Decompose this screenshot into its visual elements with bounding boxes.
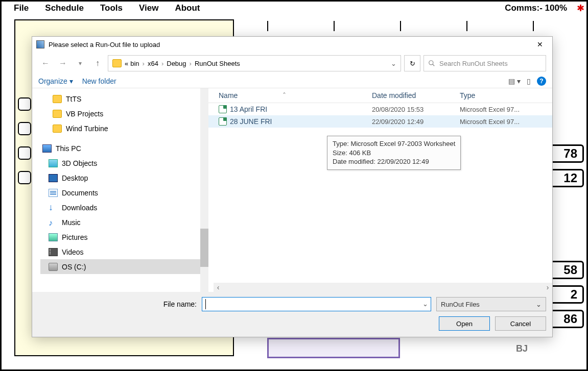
col-date[interactable]: Date modified bbox=[372, 91, 460, 100]
dialog-title: Please select a Run-Out file to upload bbox=[49, 41, 160, 48]
tree-desktop[interactable]: Desktop bbox=[40, 170, 208, 185]
filename-label: File name: bbox=[38, 300, 197, 308]
col-type[interactable]: Type bbox=[460, 91, 552, 100]
bg-left-tabs bbox=[18, 97, 31, 184]
tree-downloads[interactable]: Downloads bbox=[40, 200, 208, 215]
recent-dropdown[interactable]: ▾ bbox=[73, 56, 87, 70]
preview-pane-button[interactable]: ▯ bbox=[527, 77, 531, 85]
file-open-dialog: Please select a Run-Out file to upload ✕… bbox=[32, 36, 553, 337]
chevron-down-icon[interactable]: ⌄ bbox=[391, 60, 396, 67]
column-headers: Name˄ Date modified Type bbox=[208, 88, 552, 103]
tree-pictures[interactable]: Pictures bbox=[40, 230, 208, 244]
filetype-select[interactable]: RunOut Files⌄ bbox=[436, 297, 546, 311]
folder-icon bbox=[53, 95, 62, 103]
search-placeholder: Search RunOut Sheets bbox=[439, 60, 508, 67]
tree-3d-objects[interactable]: 3D Objects bbox=[40, 156, 208, 170]
app-icon bbox=[36, 40, 44, 48]
video-icon bbox=[49, 248, 58, 256]
cancel-button[interactable]: Cancel bbox=[495, 316, 546, 331]
tree-folder[interactable]: VB Projects bbox=[40, 106, 208, 121]
app-menubar: File Schedule Tools View About Comms:- 1… bbox=[2, 2, 586, 15]
folder-icon bbox=[53, 110, 62, 118]
breadcrumb[interactable]: « bin› x64› Debug› RunOut Sheets ⌄ bbox=[108, 55, 401, 71]
tree-folder[interactable]: Wind Turbine bbox=[40, 121, 208, 136]
dialog-bottom: File name: ⌄ RunOut Files⌄ Open Cancel bbox=[32, 292, 552, 337]
doc-icon bbox=[49, 189, 58, 197]
breadcrumb-part[interactable]: RunOut Sheets bbox=[195, 60, 240, 67]
breadcrumb-part[interactable]: x64 bbox=[148, 60, 158, 67]
tree-os-c-[interactable]: OS (C:) bbox=[40, 259, 208, 274]
breadcrumb-part[interactable]: bin bbox=[130, 60, 139, 67]
tree-videos[interactable]: Videos bbox=[40, 244, 208, 259]
view-mode-button[interactable]: ▤ ▾ bbox=[508, 77, 521, 85]
menu-file[interactable]: File bbox=[6, 3, 37, 13]
file-row[interactable]: 13 April FRI20/08/2020 15:53Microsoft Ex… bbox=[208, 103, 552, 115]
bluetooth-icon: ✱ bbox=[577, 3, 584, 14]
close-button[interactable]: ✕ bbox=[530, 38, 550, 51]
scroll-right-icon[interactable]: › bbox=[543, 283, 552, 291]
blue3d-icon bbox=[49, 159, 58, 167]
down-icon bbox=[49, 204, 58, 212]
help-button[interactable]: ? bbox=[537, 77, 546, 86]
pic-icon bbox=[49, 233, 58, 241]
file-tooltip: Type: Microsoft Excel 97-2003 Worksheet … bbox=[327, 136, 461, 170]
search-input[interactable]: Search RunOut Sheets bbox=[424, 55, 546, 71]
organize-button[interactable]: Organize ▾ bbox=[38, 77, 73, 85]
menu-tools[interactable]: Tools bbox=[92, 3, 131, 13]
bg-purple-box bbox=[267, 338, 400, 358]
tree-documents[interactable]: Documents bbox=[40, 185, 208, 200]
drive-icon bbox=[49, 263, 58, 271]
open-button[interactable]: Open bbox=[439, 316, 490, 331]
menu-view[interactable]: View bbox=[131, 3, 167, 13]
refresh-button[interactable]: ↻ bbox=[404, 55, 420, 71]
bg-bj-label: BJ bbox=[516, 343, 528, 354]
excel-icon bbox=[219, 117, 227, 126]
col-name[interactable]: Name˄ bbox=[208, 91, 372, 100]
svg-line-1 bbox=[433, 64, 435, 66]
file-list: Name˄ Date modified Type 13 April FRI20/… bbox=[208, 88, 552, 292]
tree-scroll-thumb[interactable] bbox=[200, 229, 208, 267]
dialog-toolbar: Organize ▾ New folder ▤ ▾ ▯ ? bbox=[32, 75, 552, 88]
tree-this-pc[interactable]: This PC bbox=[40, 141, 208, 156]
menu-schedule[interactable]: Schedule bbox=[37, 3, 92, 13]
file-row[interactable]: 28 JUNE FRI22/09/2020 12:49Microsoft Exc… bbox=[208, 115, 552, 128]
breadcrumb-part[interactable]: Debug bbox=[167, 60, 186, 67]
folder-icon bbox=[53, 125, 62, 133]
comms-status: Comms:- 100% bbox=[505, 3, 582, 13]
filename-input[interactable]: ⌄ bbox=[202, 297, 431, 311]
menu-about[interactable]: About bbox=[167, 3, 208, 13]
nav-row: ← → ▾ ↑ « bin› x64› Debug› RunOut Sheets… bbox=[32, 52, 552, 75]
folder-icon bbox=[112, 59, 122, 67]
excel-icon bbox=[219, 105, 227, 113]
svg-point-0 bbox=[429, 61, 433, 65]
breadcrumb-prefix: « bbox=[125, 60, 128, 67]
new-folder-button[interactable]: New folder bbox=[82, 77, 116, 85]
music-icon bbox=[49, 218, 58, 227]
nav-tree[interactable]: TtTS VB Projects Wind Turbine This PC 3D… bbox=[32, 88, 208, 292]
tree-folder[interactable]: TtTS bbox=[40, 91, 208, 106]
bg-track bbox=[267, 21, 574, 31]
chevron-down-icon[interactable]: ⌄ bbox=[422, 300, 428, 308]
back-button[interactable]: ← bbox=[38, 56, 53, 70]
scroll-left-icon[interactable]: ‹ bbox=[214, 283, 223, 291]
tree-music[interactable]: Music bbox=[40, 215, 208, 230]
pc-icon bbox=[42, 144, 52, 153]
forward-button[interactable]: → bbox=[56, 56, 70, 70]
up-button[interactable]: ↑ bbox=[90, 56, 105, 70]
dialog-titlebar: Please select a Run-Out file to upload ✕ bbox=[32, 37, 552, 52]
hscrollbar[interactable]: ‹ › bbox=[214, 283, 552, 292]
desktop-icon bbox=[49, 174, 58, 182]
search-icon bbox=[428, 60, 435, 67]
